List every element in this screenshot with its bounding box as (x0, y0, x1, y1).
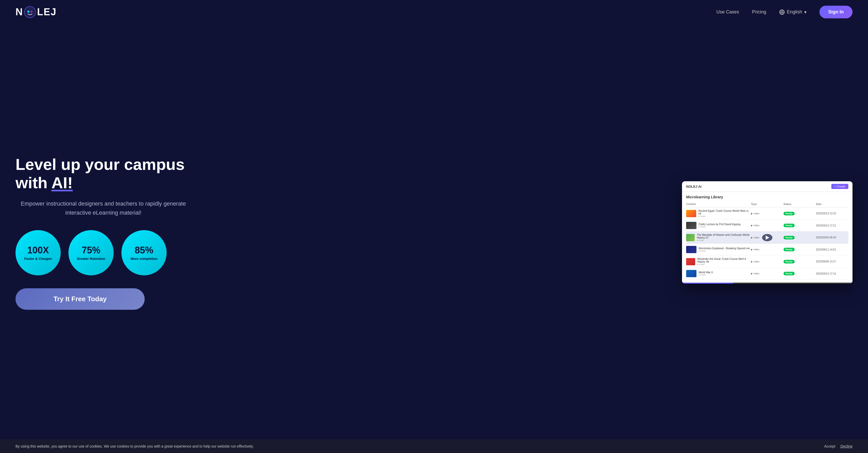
demo-inner: NOLEJ AI + Create Microlearning Library … (682, 181, 852, 284)
row-content: Wormholes Explained - Breaking Spaceti m… (699, 247, 750, 252)
row-date: 2023/06/08 13:17 (816, 260, 848, 263)
col-header-type: Type (751, 203, 783, 205)
col-header-status: Status (783, 203, 816, 205)
play-button[interactable] (762, 234, 772, 241)
row-sub: ♦ Public (697, 263, 751, 265)
stats-row: 100X Faster & Cheaper 75% Greater Retent… (16, 230, 191, 275)
demo-logo: NOLEJ AI (686, 185, 702, 189)
row-title: Ancient Egypt: Crash Course World Histo … (698, 209, 751, 215)
navbar: N LEJ Use Cases Pricing English ▾ Sign I… (0, 0, 868, 24)
thumbnail (686, 246, 696, 253)
demo-topbar: NOLEJ AI + Create (682, 181, 852, 192)
hero-title: Level up your campus with AI! (16, 155, 191, 192)
row-sub: ♦ Public (699, 226, 740, 228)
thumbnail (686, 258, 695, 265)
stat-label-2: More completion (130, 257, 157, 261)
svg-point-1 (27, 10, 29, 13)
hero-title-line1: Level up your campus with (16, 155, 185, 192)
cookie-accept-button[interactable]: Accept (824, 444, 835, 448)
sign-in-button[interactable]: Sign In (819, 6, 852, 18)
row-content: Ancient Egypt: Crash Course World Histo … (698, 209, 751, 218)
row-date: 2023/03/13 13:10 (816, 212, 848, 215)
cookie-actions: Accept Decline (824, 444, 852, 448)
status-badge: Ready (783, 260, 795, 263)
row-date: 2023/03/20 06:40 (816, 236, 848, 239)
demo-content: Microlearning Library Content Type Statu… (682, 192, 852, 283)
stat-bubble-0: 100X Faster & Cheaper (16, 230, 61, 275)
stat-value-0: 100X (27, 245, 49, 256)
demo-section-title: Microlearning Library (686, 195, 848, 199)
globe-icon (779, 9, 785, 15)
demo-progress-fill (682, 283, 733, 284)
status-badge: Ready (783, 224, 795, 227)
hero-section: Level up your campus with AI! Empower in… (0, 24, 868, 436)
stat-bubble-1: 75% Greater Retention (68, 230, 114, 275)
row-sub: ♦ Public (699, 250, 750, 252)
stat-label-1: Greater Retention (77, 257, 105, 261)
row-date: 2023/03/13 17:15 (816, 272, 848, 275)
stat-value-2: 85% (134, 245, 153, 256)
thumbnail (686, 234, 695, 241)
stat-bubble-2: 85% More completion (121, 230, 167, 275)
row-date: 2023/03/13 17:21 (816, 224, 848, 227)
hero-subtitle: Empower instructional designers and teac… (16, 199, 191, 217)
nav-use-cases[interactable]: Use Cases (716, 9, 739, 15)
demo-progress-bar (682, 283, 852, 284)
type-badge: ▶ Video (751, 212, 783, 215)
row-title: Alexander the Great: Crash Course Worl d… (697, 257, 751, 263)
type-badge: ▶ Video (751, 248, 783, 251)
cookie-bar: By using this website, you agree to our … (0, 440, 868, 453)
row-content: Alexander the Great: Crash Course Worl d… (697, 257, 751, 265)
status-badge: Ready (783, 248, 795, 251)
row-title: Wormholes Explained - Breaking Spaceti m… (699, 247, 750, 250)
thumbnail (686, 270, 696, 277)
row-content: The Mandate of Heaven and Confucian Worl… (697, 233, 751, 242)
status-badge: Ready (783, 236, 795, 239)
row-title: The Mandate of Heaven and Confucian Worl… (697, 233, 751, 239)
row-sub: ♦ Public (699, 274, 713, 276)
thumbnail (686, 222, 696, 229)
demo-create-button[interactable]: + Create (831, 184, 848, 189)
table-row: World War II ♦ Public ▶ Video Ready 2023… (686, 268, 848, 280)
table-row: Public Lecture by Prof David Kipping ♦ P… (686, 220, 848, 231)
table-row: Alexander the Great: Crash Course Worl d… (686, 255, 848, 268)
cookie-decline-button[interactable]: Decline (840, 444, 852, 448)
status-badge: Ready (783, 212, 795, 216)
cookie-text: By using this website, you agree to our … (16, 444, 824, 448)
status-badge: Ready (783, 272, 795, 275)
row-sub: ♦ Public (698, 215, 751, 218)
row-title: World War II (699, 271, 713, 274)
svg-point-0 (24, 6, 36, 18)
col-header-content: Content (686, 203, 751, 205)
stat-value-1: 75% (82, 245, 100, 256)
nav-language-label: English (787, 9, 802, 15)
row-content: World War II ♦ Public (699, 271, 713, 276)
chevron-down-icon: ▾ (804, 9, 807, 15)
svg-point-2 (30, 10, 33, 13)
row-date: 2023/06/11 14:51 (816, 248, 848, 251)
type-badge: ▶ Video (751, 272, 783, 275)
type-badge: ▶ Video (751, 224, 783, 227)
nav-links: Use Cases Pricing English ▾ Sign In (716, 6, 852, 18)
logo-text: N LEJ (16, 6, 57, 18)
logo[interactable]: N LEJ (16, 6, 57, 18)
stat-label-0: Faster & Cheaper (24, 257, 52, 261)
nav-pricing[interactable]: Pricing (752, 9, 766, 15)
row-title: Public Lecture by Prof David Kipping (699, 223, 740, 226)
nav-language[interactable]: English ▾ (779, 9, 807, 15)
thumbnail (686, 210, 696, 217)
type-badge: ▶ Video (751, 260, 783, 263)
table-row: Wormholes Explained - Breaking Spaceti m… (686, 244, 848, 255)
hero-title-ai: AI! (52, 174, 73, 192)
logo-icon (24, 6, 36, 18)
row-content: Public Lecture by Prof David Kipping ♦ P… (699, 223, 740, 228)
demo-container: NOLEJ AI + Create Microlearning Library … (682, 181, 852, 284)
hero-right: NOLEJ AI + Create Microlearning Library … (682, 181, 852, 284)
row-sub: ♦ Public (697, 239, 751, 242)
table-row: The Mandate of Heaven and Confucian Worl… (686, 231, 848, 244)
table-row: Ancient Egypt: Crash Course World Histo … (686, 207, 848, 220)
demo-table-header: Content Type Status Date (686, 201, 848, 207)
cta-button[interactable]: Try It Free Today (16, 288, 145, 310)
col-header-date: Date (816, 203, 848, 205)
hero-left: Level up your campus with AI! Empower in… (16, 155, 191, 310)
